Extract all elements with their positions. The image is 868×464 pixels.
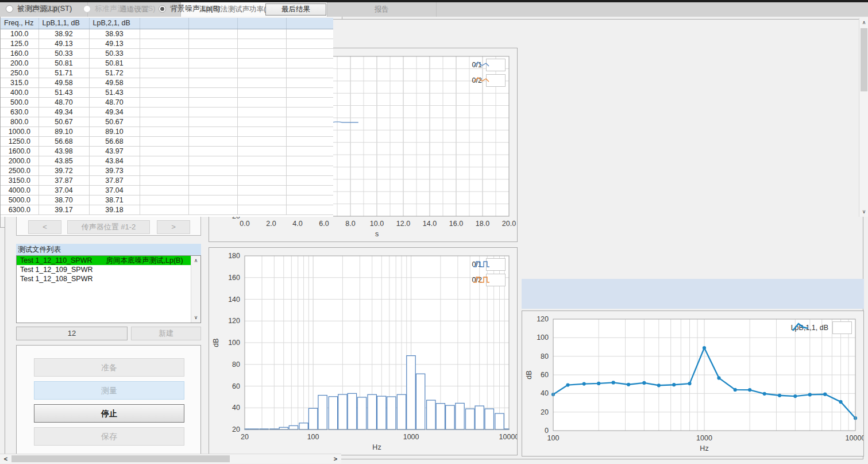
table-cell[interactable]: 89.10 <box>38 126 89 136</box>
table-cell[interactable] <box>237 87 286 97</box>
table-cell[interactable] <box>286 195 333 205</box>
table-cell[interactable]: 38.70 <box>38 195 89 205</box>
table-cell[interactable]: 49.58 <box>38 78 89 87</box>
table-cell[interactable]: 51.43 <box>89 87 140 97</box>
table-vertical-scrollbar[interactable]: ∧ ∨ <box>859 18 868 217</box>
table-cell[interactable]: 89.10 <box>89 126 140 136</box>
table-cell[interactable]: 50.67 <box>38 117 89 126</box>
table-cell[interactable] <box>286 97 333 107</box>
list-item[interactable]: Test 1_12_108_SPWR <box>17 274 191 283</box>
scroll-down-icon[interactable]: ∨ <box>191 313 200 322</box>
table-cell[interactable] <box>237 146 286 156</box>
table-cell[interactable] <box>188 97 237 107</box>
table-cell[interactable] <box>286 107 333 117</box>
table-row[interactable]: 6300.039.1739.18 <box>1 205 333 214</box>
table-cell[interactable]: 200.0 <box>1 58 38 68</box>
table-cell[interactable]: 43.84 <box>89 156 140 166</box>
table-cell[interactable]: 630.0 <box>1 107 38 117</box>
table-row[interactable]: 160.050.3350.33 <box>1 48 333 58</box>
table-cell[interactable] <box>188 29 237 39</box>
table-row[interactable]: 315.049.5849.58 <box>1 78 333 87</box>
table-cell[interactable] <box>188 205 237 214</box>
table-cell[interactable] <box>188 195 237 205</box>
scroll-up-icon[interactable]: ∧ <box>859 18 868 27</box>
table-cell[interactable]: 37.87 <box>38 175 89 185</box>
table-cell[interactable]: 51.72 <box>89 68 140 78</box>
table-cell[interactable] <box>188 87 237 97</box>
table-cell[interactable] <box>237 78 286 87</box>
result-radio-lp-rss[interactable]: 标准声源,Lp(RSS) <box>83 0 155 17</box>
table-cell[interactable]: 3150.0 <box>1 175 38 185</box>
table-cell[interactable] <box>286 156 333 166</box>
result-radio-lp-b[interactable]: 背景噪声,Lp(B) <box>159 0 220 17</box>
table-cell[interactable] <box>286 166 333 175</box>
table-cell[interactable]: 48.70 <box>89 97 140 107</box>
table-cell[interactable] <box>237 58 286 68</box>
table-cell[interactable] <box>237 39 286 48</box>
table-row[interactable]: 3150.037.8737.87 <box>1 175 333 185</box>
table-cell[interactable] <box>237 97 286 107</box>
mic-position-prev-button[interactable]: < <box>28 220 61 234</box>
table-cell[interactable]: 43.97 <box>89 146 140 156</box>
table-cell[interactable]: 50.81 <box>38 58 89 68</box>
table-row[interactable]: 400.051.4351.43 <box>1 87 333 97</box>
save-button[interactable]: 保存 <box>34 427 184 446</box>
table-cell[interactable] <box>140 175 188 185</box>
table-cell[interactable] <box>286 185 333 195</box>
table-row[interactable]: 125.049.1349.13 <box>1 39 333 48</box>
table-cell[interactable]: 800.0 <box>1 117 38 126</box>
table-cell[interactable] <box>140 97 188 107</box>
mic-position-next-button[interactable]: > <box>157 220 190 234</box>
table-cell[interactable] <box>286 136 333 146</box>
radio-icon[interactable] <box>6 5 13 13</box>
table-cell[interactable] <box>140 185 188 195</box>
table-cell[interactable]: 50.33 <box>38 48 89 58</box>
file-list-scrollbar[interactable]: ∧ ∨ <box>191 256 200 323</box>
table-cell[interactable] <box>286 29 333 39</box>
table-cell[interactable]: 56.68 <box>38 136 89 146</box>
table-row[interactable]: 4000.037.0437.04 <box>1 185 333 195</box>
table-cell[interactable] <box>140 87 188 97</box>
table-cell[interactable]: 56.68 <box>89 136 140 146</box>
table-cell[interactable] <box>188 175 237 185</box>
table-cell[interactable] <box>237 166 286 175</box>
table-cell[interactable] <box>286 146 333 156</box>
scroll-down-icon[interactable]: ∨ <box>859 208 868 216</box>
table-cell[interactable] <box>140 117 188 126</box>
table-cell[interactable]: 37.87 <box>89 175 140 185</box>
table-cell[interactable]: 38.71 <box>89 195 140 205</box>
table-cell[interactable]: 160.0 <box>1 48 38 58</box>
table-cell[interactable] <box>188 166 237 175</box>
scroll-left-icon[interactable]: < <box>1 454 10 463</box>
table-cell[interactable]: 1600.0 <box>1 146 38 156</box>
table-cell[interactable] <box>237 136 286 146</box>
table-cell[interactable]: 39.18 <box>89 205 140 214</box>
table-cell[interactable]: 5000.0 <box>1 195 38 205</box>
radio-icon[interactable] <box>83 5 91 13</box>
table-row[interactable]: 800.050.6750.67 <box>1 117 333 126</box>
table-cell[interactable]: 1250.0 <box>1 136 38 146</box>
table-cell[interactable] <box>237 175 286 185</box>
tab-report[interactable]: 报告 <box>327 2 437 17</box>
table-cell[interactable]: 50.81 <box>89 58 140 68</box>
table-cell[interactable] <box>140 39 188 48</box>
list-item[interactable]: Test 1_12_110_SPWR房间本底噪声测试,Lp(B) <box>17 256 191 265</box>
table-row[interactable]: 200.050.8150.81 <box>1 58 333 68</box>
table-cell[interactable] <box>140 78 188 87</box>
table-cell[interactable] <box>140 48 188 58</box>
table-cell[interactable]: 49.13 <box>38 39 89 48</box>
table-cell[interactable] <box>140 107 188 117</box>
table-cell[interactable] <box>140 166 188 175</box>
table-cell[interactable] <box>286 117 333 126</box>
table-row[interactable]: 2000.043.8543.84 <box>1 156 333 166</box>
table-cell[interactable]: 39.72 <box>38 166 89 175</box>
table-cell[interactable] <box>286 175 333 185</box>
last-result-button[interactable]: 最后结果 <box>265 3 326 16</box>
table-cell[interactable]: 2500.0 <box>1 166 38 175</box>
stop-button[interactable]: 停止 <box>34 404 184 423</box>
table-cell[interactable] <box>188 48 237 58</box>
table-cell[interactable]: 2000.0 <box>1 156 38 166</box>
table-cell[interactable]: 4000.0 <box>1 185 38 195</box>
table-cell[interactable]: 39.73 <box>89 166 140 175</box>
table-cell[interactable] <box>237 195 286 205</box>
